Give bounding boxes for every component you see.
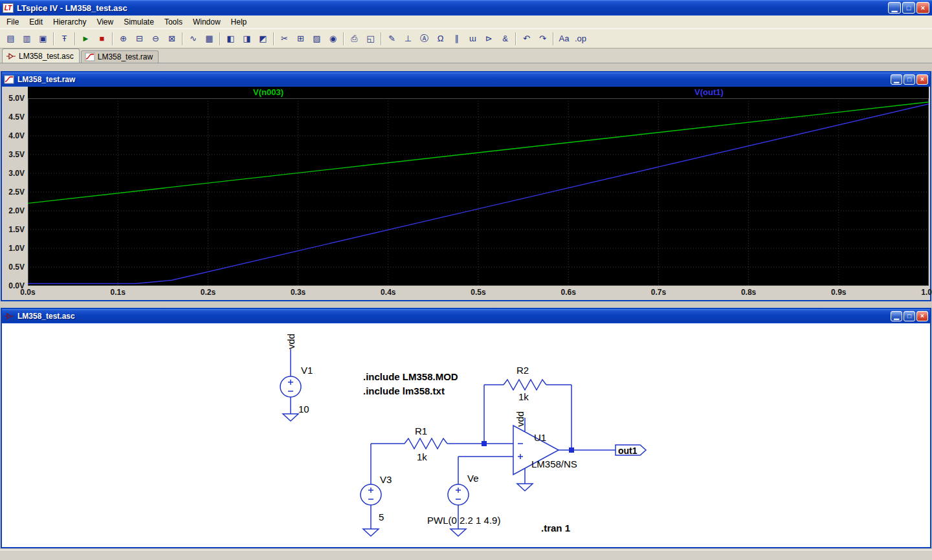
- close-button[interactable]: ×: [916, 2, 929, 14]
- u1-opamp[interactable]: [458, 418, 616, 491]
- menu-help[interactable]: Help: [226, 16, 252, 28]
- toolbar-place-label-button[interactable]: Ⓐ: [417, 32, 432, 46]
- menu-edit[interactable]: Edit: [24, 16, 48, 28]
- waveform-plot[interactable]: [28, 98, 929, 286]
- u1-name-label[interactable]: U1: [534, 432, 546, 443]
- spice-directive-include1[interactable]: .include LM358.MOD: [363, 371, 458, 382]
- toolbar-place-ground-button[interactable]: ⊥: [401, 32, 416, 46]
- y-axis-tick-label: 3.0V: [8, 169, 25, 178]
- ve-value-label[interactable]: PWL(0 2.2 1 4.9): [427, 515, 500, 526]
- v3-value-label[interactable]: 5: [379, 512, 384, 522]
- toolbar-save-button[interactable]: ▣: [36, 32, 50, 46]
- minimize-button[interactable]: ▁: [891, 311, 902, 321]
- x-axis-tick-label: 0.9s: [831, 288, 846, 297]
- toolbar-copy-button[interactable]: ⊞: [293, 32, 308, 46]
- spice-directive-include2[interactable]: .include lm358.txt: [363, 385, 445, 396]
- toolbar-zoom-out-button[interactable]: ⊖: [148, 32, 163, 46]
- toolbar: ▤▥▣Ŧ►■⊕⊟⊖⊠∿▦◧◨◩✂⊞▨◉⎙◱✎⊥ⒶΩ∥ɯ⊳&↶↷Aa.op: [0, 29, 932, 48]
- menu-simulate[interactable]: Simulate: [118, 16, 159, 28]
- y-axis-labels: 5.0V4.5V4.0V3.5V3.0V2.5V2.0V1.5V1.0V0.5V…: [2, 87, 28, 286]
- r1-name-label[interactable]: R1: [415, 425, 427, 436]
- close-button[interactable]: ×: [916, 311, 928, 321]
- toolbar-place-text-button[interactable]: Aa: [557, 32, 571, 46]
- schematic-window-buttons: ▁□×: [889, 311, 928, 321]
- toolbar-separator: [273, 32, 274, 45]
- node-junction: [569, 447, 574, 453]
- menu-file[interactable]: File: [1, 16, 24, 28]
- app-titlebar[interactable]: LT LTspice IV - LM358_test.asc ▁□×: [0, 0, 932, 16]
- minimize-button[interactable]: ▁: [888, 2, 901, 14]
- close-button[interactable]: ×: [916, 74, 928, 85]
- trace-name-label[interactable]: V(out1): [694, 87, 724, 97]
- out1-port-label[interactable]: out1: [618, 446, 638, 456]
- r1-value-label[interactable]: 1k: [417, 451, 427, 462]
- toolbar-redo-button[interactable]: ↷: [535, 32, 550, 46]
- v1-net-label[interactable]: vdd: [285, 334, 296, 349]
- spice-directive-tran[interactable]: .tran 1: [541, 522, 570, 533]
- trace-name-label[interactable]: V(n003): [253, 87, 283, 97]
- maximize-button[interactable]: □: [902, 2, 915, 14]
- toolbar-open-file-button[interactable]: ▥: [19, 32, 34, 46]
- v3-name-label[interactable]: V3: [380, 474, 392, 485]
- x-axis-tick-label: 0.6s: [561, 288, 576, 297]
- u1-net-label[interactable]: vdd: [515, 411, 526, 427]
- y-axis-tick-label: 4.0V: [8, 131, 25, 140]
- r2-value-label[interactable]: 1k: [518, 391, 529, 402]
- waveform-window-titlebar[interactable]: LM358_test.raw ▁□×: [2, 72, 930, 87]
- toolbar-place-resistor-button[interactable]: Ω: [433, 32, 448, 46]
- toolbar-cascade-windows-button[interactable]: ◩: [256, 32, 271, 46]
- u1-part-label[interactable]: LM358/NS: [531, 458, 577, 469]
- y-axis-tick-label: 1.5V: [8, 225, 25, 234]
- waveform-plot-area[interactable]: V(n003)V(out1): [28, 87, 929, 286]
- toolbar-print-preview-button[interactable]: ◱: [363, 32, 378, 46]
- toolbar-new-schematic-button[interactable]: ▤: [3, 32, 18, 46]
- menu-window[interactable]: Window: [188, 16, 226, 28]
- schematic-canvas[interactable]: vdd V1 10 .include LM358.MOD .include lm…: [2, 323, 930, 547]
- schematic-window-titlebar[interactable]: LM358_test.asc ▁□×: [2, 309, 930, 323]
- toolbar-paste-button[interactable]: ▨: [309, 32, 324, 46]
- ve-name-label[interactable]: Ve: [467, 473, 479, 484]
- ground-symbol: [283, 414, 298, 421]
- menu-hierarchy[interactable]: Hierarchy: [48, 16, 91, 28]
- ground-symbol: [517, 484, 533, 491]
- minimize-button[interactable]: ▁: [891, 74, 902, 85]
- toolbar-place-inductor-button[interactable]: ɯ: [465, 32, 480, 46]
- toolbar-autorange-y-axis-button[interactable]: ∿: [186, 32, 201, 46]
- toolbar-run-simulation-button[interactable]: ►: [78, 32, 93, 46]
- toolbar-cut-button[interactable]: ✂: [277, 32, 292, 46]
- menu-view[interactable]: View: [91, 16, 118, 28]
- app-title: LTspice IV - LM358_test.asc: [17, 3, 887, 13]
- tab-lm358_test.raw[interactable]: LM358_test.raw: [81, 50, 159, 63]
- maximize-button[interactable]: □: [904, 74, 915, 85]
- toolbar-halt-simulation-button[interactable]: ■: [94, 32, 109, 46]
- toolbar-zoom-in-button[interactable]: ⊕: [116, 32, 131, 46]
- toolbar-spice-directive-button[interactable]: .op: [573, 32, 588, 46]
- toolbar-zoom-back-button[interactable]: ⊟: [132, 32, 147, 46]
- y-axis-tick-label: 5.0V: [8, 94, 25, 103]
- toolbar-tile-vertical-button[interactable]: ◧: [223, 32, 238, 46]
- maximize-button[interactable]: □: [904, 311, 915, 321]
- menu-tools[interactable]: Tools: [159, 16, 188, 28]
- r2-resistor[interactable]: [484, 380, 571, 450]
- r2-name-label[interactable]: R2: [516, 365, 529, 376]
- toolbar-control-panel-button[interactable]: Ŧ: [57, 32, 72, 46]
- toolbar-undo-button[interactable]: ↶: [519, 32, 534, 46]
- toolbar-zoom-full-extents-button[interactable]: ⊠: [164, 32, 179, 46]
- schematic-file-icon: [4, 312, 14, 321]
- toolbar-place-diode-button[interactable]: ⊳: [482, 32, 496, 46]
- toolbar-place-component-button[interactable]: &: [498, 32, 513, 46]
- toolbar-print-button[interactable]: ⎙: [347, 32, 362, 46]
- toolbar-tile-horizontal-button[interactable]: ◨: [239, 32, 254, 46]
- v1-name-label[interactable]: V1: [301, 365, 313, 376]
- toolbar-show-grid-button[interactable]: ▦: [202, 32, 217, 46]
- tab-lm358_test.asc[interactable]: LM358_test.asc: [2, 48, 80, 63]
- v1-value-label[interactable]: 10: [298, 404, 309, 415]
- toolbar-find-button[interactable]: ◉: [326, 32, 340, 46]
- toolbar-place-capacitor-button[interactable]: ∥: [449, 32, 464, 46]
- y-axis-tick-label: 1.0V: [8, 244, 25, 253]
- status-bar: [0, 550, 932, 560]
- waveform-file-icon: [4, 75, 14, 84]
- r1-resistor[interactable]: [371, 438, 484, 449]
- waveform-window: LM358_test.raw ▁□× V(n003)V(out1) 5.0V4.…: [1, 71, 931, 301]
- toolbar-draw-wire-button[interactable]: ✎: [384, 32, 399, 46]
